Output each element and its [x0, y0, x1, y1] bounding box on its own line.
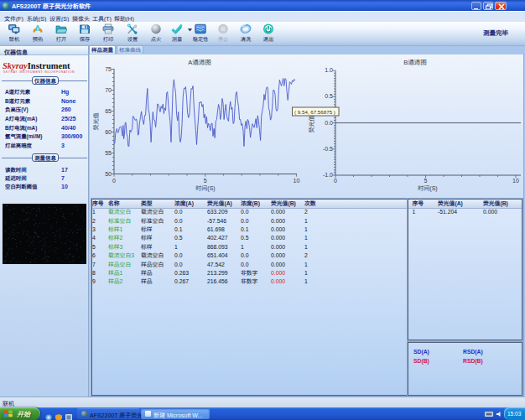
svg-text:0: 0	[112, 178, 116, 184]
svg-text:10: 10	[512, 178, 519, 184]
svg-text:75: 75	[105, 66, 112, 72]
svg-text:时间(S): 时间(S)	[195, 185, 215, 192]
svg-text:5: 5	[204, 178, 207, 184]
svg-text:55: 55	[105, 150, 112, 156]
svg-text:5: 5	[424, 178, 428, 184]
svg-text:-0.5: -0.5	[323, 146, 333, 152]
svg-text:1.0: 1.0	[325, 67, 333, 73]
svg-text:0.5: 0.5	[325, 93, 333, 99]
svg-text:时间(S): 时间(S)	[418, 185, 437, 192]
svg-text:荧光值: 荧光值	[93, 113, 99, 131]
svg-text:10: 10	[294, 178, 300, 184]
svg-text:A通道图: A通道图	[188, 59, 211, 66]
svg-text:50: 50	[105, 171, 112, 177]
svg-text:60: 60	[105, 129, 112, 135]
svg-text:( 9.54, 67.56875 ): ( 9.54, 67.56875 )	[294, 109, 335, 115]
svg-text:荧光值: 荧光值	[309, 116, 314, 133]
svg-text:B通道图: B通道图	[403, 59, 427, 66]
svg-text:70: 70	[105, 87, 112, 93]
svg-text:-1.0: -1.0	[323, 172, 333, 178]
svg-text:0: 0	[334, 178, 337, 184]
svg-text:65: 65	[105, 108, 112, 114]
svg-text:0.0: 0.0	[325, 120, 333, 126]
